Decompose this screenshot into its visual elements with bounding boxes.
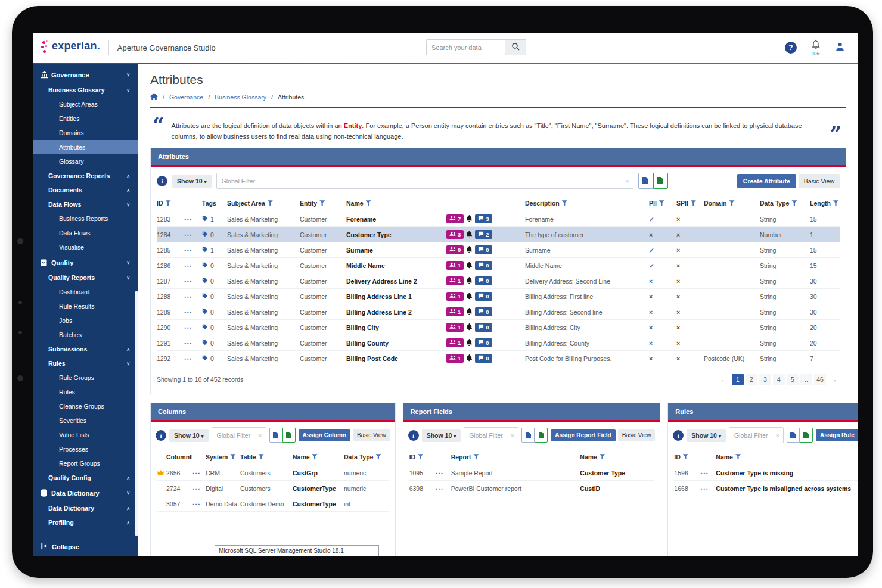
sidebar-item-data-dictionary[interactable]: Data Dictionary∧ [33,501,138,515]
table-row[interactable]: 6398●●●PowerBI Customer reportCustID [409,481,654,496]
bell-icon[interactable] [466,308,473,316]
row-actions-icon[interactable]: ●●● [184,326,192,329]
table-row[interactable]: 1292●●●0Sales & MarketingCustomerBilling… [157,351,840,366]
bell-icon[interactable] [466,293,473,301]
sidebar-item-governance-reports[interactable]: Governance Reports∧ [33,169,138,183]
assign-rule-button[interactable]: Assign Rule [816,429,858,441]
sidebar-item-data-flows[interactable]: Data Flows [33,226,138,240]
sidebar-item-quality[interactable]: Quality∨ [33,254,138,270]
export-excel-button[interactable] [800,428,813,443]
filter-funnel-icon[interactable] [268,200,273,206]
row-actions-icon[interactable]: ●●● [184,357,192,360]
filter-funnel-icon[interactable] [600,454,605,459]
info-icon[interactable]: i [673,430,684,441]
filter-funnel-icon[interactable] [473,454,479,459]
sidebar-item-domains[interactable]: Domains [33,126,138,140]
filter-funnel-icon[interactable] [833,200,838,206]
table-row[interactable]: 1596●●●Customer Type is missing [674,465,858,481]
table-row[interactable]: 3057●●●Demo DataCustomerDemoCustomerType… [157,496,389,512]
sidebar-item-rule-groups[interactable]: Rule Groups [33,371,138,385]
bell-icon[interactable] [466,231,473,239]
filter-funnel-icon[interactable] [659,200,664,206]
sidebar-item-business-glossary[interactable]: Business Glossary∨ [33,83,138,97]
sidebar-item-rule-results[interactable]: Rule Results [33,299,138,313]
sidebar-item-visualise[interactable]: Visualise [33,240,138,254]
entity-link[interactable]: Entity [344,122,362,129]
sidebar-item-cleanse-groups[interactable]: Cleanse Groups [33,399,138,413]
filter-funnel-icon[interactable] [312,454,318,459]
table-row[interactable]: 1291●●●0Sales & MarketingCustomerBilling… [157,335,840,351]
comments-badge[interactable]: 3 [475,214,492,223]
info-icon[interactable]: i [408,430,419,441]
clear-filter-icon[interactable]: × [511,432,514,439]
export-copy-button[interactable] [269,428,282,443]
stewards-badge[interactable]: 0 [446,245,464,254]
sidebar-item-documents[interactable]: Documents∧ [33,183,138,197]
table-row[interactable]: 1285●●●1Sales & MarketingCustomerSurname… [157,242,840,258]
row-actions-icon[interactable]: ●●● [700,487,709,490]
page-button-..[interactable]: .. [800,374,812,385]
filter-funnel-icon[interactable] [735,454,741,459]
comments-badge[interactable]: 0 [475,354,492,363]
export-copy-button[interactable] [787,428,800,443]
sidebar-item-quality-reports[interactable]: Quality Reports∨ [33,270,138,285]
sidebar-item-submissions[interactable]: Submissions∧ [33,342,138,356]
filter-funnel-icon[interactable] [791,200,797,206]
table-row[interactable]: 2724●●●DigitalCustomersCustomerTypenumer… [157,481,389,496]
sidebar-item-profiling[interactable]: Profiling∧ [33,515,138,530]
row-actions-icon[interactable]: ●●● [184,295,192,298]
page-button-3[interactable]: 3 [759,374,771,385]
sidebar-item-quality-config[interactable]: Quality Config∧ [33,471,138,485]
filter-funnel-icon[interactable] [319,200,325,206]
user-icon[interactable] [835,42,845,54]
home-icon[interactable] [150,93,158,101]
basic-view-button[interactable]: Basic View [353,429,390,441]
notifications-button[interactable]: Hide [811,39,821,56]
comments-badge[interactable]: 2 [475,230,492,239]
show-entries-dropdown[interactable]: Show 10 ▾ [172,175,212,188]
filter-funnel-icon[interactable] [683,454,688,459]
sidebar-item-business-reports[interactable]: Business Reports [33,211,138,226]
filter-funnel-icon[interactable] [729,200,735,206]
sidebar-item-processes[interactable]: Processes [33,442,138,456]
assign-column-button[interactable]: Assign Column [299,429,350,441]
table-row[interactable]: 1290●●●0Sales & MarketingCustomerBilling… [157,320,840,335]
clear-filter-icon[interactable]: × [625,178,629,185]
comments-badge[interactable]: 0 [475,323,492,332]
sidebar-item-subject-areas[interactable]: Subject Areas [33,97,138,111]
clear-filter-icon[interactable]: × [775,432,779,439]
sidebar-item-rules[interactable]: Rules [33,385,138,399]
bell-icon[interactable] [466,262,473,270]
stewards-badge[interactable]: 1 [446,323,464,332]
bell-icon[interactable] [466,354,473,363]
bell-icon[interactable] [466,339,473,347]
sidebar-item-attributes[interactable]: Attributes [33,140,138,154]
sidebar-item-batches[interactable]: Batches [33,328,138,342]
table-row[interactable]: 2656●●●CRMCustomersCustGrpnumeric [157,465,389,481]
next-page-button[interactable]: → [828,374,840,385]
sidebar-item-jobs[interactable]: Jobs [33,313,138,328]
row-actions-icon[interactable]: ●●● [184,341,192,345]
basic-view-button[interactable]: Basic View [618,429,656,441]
export-excel-button[interactable] [535,428,548,443]
global-filter-input[interactable] [212,428,259,443]
help-icon[interactable]: ? [785,42,797,54]
comments-badge[interactable]: 0 [475,276,492,285]
sidebar-scrollbar[interactable] [135,291,138,537]
bell-icon[interactable] [466,323,473,332]
stewards-badge[interactable]: 1 [446,338,464,347]
table-row[interactable]: 1284●●●0Sales & MarketingCustomerCustome… [157,227,840,242]
stewards-badge[interactable]: 3 [446,230,464,239]
basic-view-button[interactable]: Basic View [799,174,840,188]
comments-badge[interactable]: 0 [475,307,492,316]
export-excel-button[interactable] [282,428,296,443]
show-entries-dropdown[interactable]: Show 10 ▾ [422,429,461,442]
row-actions-icon[interactable]: ●●● [184,233,192,237]
bell-icon[interactable] [466,215,473,223]
filter-funnel-icon[interactable] [259,454,264,459]
export-excel-button[interactable] [653,173,668,189]
sidebar-item-severities[interactable]: Severities [33,413,138,428]
search-button[interactable] [505,39,526,55]
sidebar-item-glossary[interactable]: Glossary [33,154,138,169]
assign-report-field-button[interactable]: Assign Report Field [551,429,615,441]
